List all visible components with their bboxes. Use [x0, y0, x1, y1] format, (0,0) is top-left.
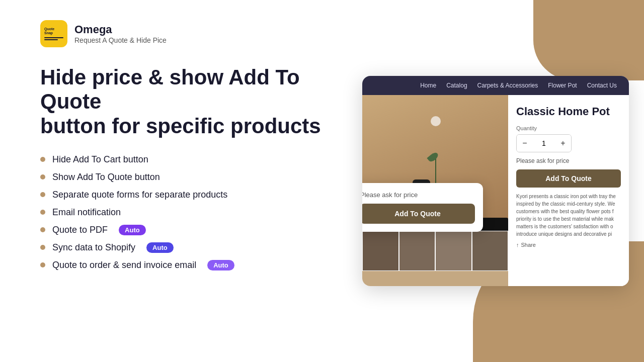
quantity-minus-button[interactable]: − [517, 135, 533, 152]
main-heading: Hide price & show Add To Quote button fo… [40, 65, 342, 138]
store-mockup: Home Catalog Carpets & Accessories Flowe… [362, 76, 629, 286]
ask-for-price-text: Please ask for price [516, 157, 621, 164]
feature-item-7: Quote to order & send invoice email Auto [40, 260, 342, 270]
thumbnail-3[interactable] [435, 231, 472, 271]
feature-dot [40, 210, 45, 215]
feature-item-1: Hide Add To Cart button [40, 154, 342, 165]
left-panel: Quote Snap Omega Request A Quote & Hide … [40, 20, 342, 342]
floating-popup: Please ask for price Add To Quote [362, 183, 483, 232]
feature-item-6: Sync data to Shopify Auto [40, 242, 342, 253]
feature-item-5: Quote to PDF Auto [40, 225, 342, 235]
feature-text: Show Add To Quote button [52, 172, 160, 183]
popup-ask-price-text: Please ask for price [362, 191, 475, 199]
feature-item-3: Separate quote forms for separate produc… [40, 190, 342, 200]
thumbnail-1[interactable] [362, 231, 399, 271]
feature-text: Separate quote forms for separate produc… [52, 190, 227, 200]
add-to-quote-button-popup[interactable]: Add To Quote [362, 204, 475, 224]
share-icon: ↑ [516, 242, 519, 248]
nav-item-flowerpot: Flower Pot [548, 82, 577, 89]
nav-item-contact: Contact Us [587, 82, 617, 89]
logo-title: Omega [74, 23, 167, 36]
product-detail-area: Classic Home Pot Quantity − 1 + Please a… [508, 95, 629, 286]
badge-auto-sync: Auto [146, 242, 174, 253]
nav-item-home: Home [420, 82, 436, 89]
badge-auto-pdf: Auto [119, 225, 146, 235]
logo-icon: Quote Snap [40, 20, 67, 47]
thumbnail-row [362, 231, 508, 271]
feature-dot [40, 227, 45, 232]
feature-dot [40, 192, 45, 197]
feature-text: Quote to PDF [52, 225, 108, 235]
product-title: Classic Home Pot [516, 105, 621, 118]
feature-list: Hide Add To Cart button Show Add To Quot… [40, 154, 342, 270]
product-description: Kyori presents a classic iron pot with t… [516, 193, 621, 238]
logo-icon-text2: Snap [44, 31, 53, 35]
feature-dot [40, 262, 45, 267]
badge-auto-invoice: Auto [207, 260, 234, 270]
quantity-value: 1 [533, 139, 555, 147]
right-panel: Home Catalog Carpets & Accessories Flowe… [362, 20, 629, 342]
nav-item-carpets: Carpets & Accessories [477, 82, 538, 89]
feature-item-2: Show Add To Quote button [40, 172, 342, 183]
thumbnail-2[interactable] [399, 231, 436, 271]
logo-text-area: Omega Request A Quote & Hide Pice [74, 23, 167, 44]
quantity-control: − 1 + [516, 134, 572, 152]
feature-text: Email notification [52, 207, 121, 218]
share-label: Share [521, 242, 536, 248]
feature-dot [40, 174, 45, 179]
logo-subtitle: Request A Quote & Hide Pice [74, 36, 167, 44]
share-link[interactable]: ↑ Share [516, 242, 621, 248]
quantity-plus-button[interactable]: + [555, 135, 571, 152]
logo-area: Quote Snap Omega Request A Quote & Hide … [40, 20, 342, 47]
logo-icon-text1: Quote [44, 27, 54, 31]
feature-text: Hide Add To Cart button [52, 154, 148, 165]
store-nav: Home Catalog Carpets & Accessories Flowe… [362, 76, 629, 95]
feature-item-4: Email notification [40, 207, 342, 218]
feature-dot [40, 157, 45, 162]
feature-dot [40, 245, 45, 250]
add-to-quote-button-main[interactable]: Add To Quote [516, 169, 621, 188]
thumbnail-4[interactable] [472, 231, 509, 271]
feature-text: Quote to order & send invoice email [52, 260, 196, 270]
quantity-label: Quantity [516, 125, 621, 131]
feature-text: Sync data to Shopify [52, 242, 135, 253]
nav-item-catalog: Catalog [446, 82, 467, 89]
